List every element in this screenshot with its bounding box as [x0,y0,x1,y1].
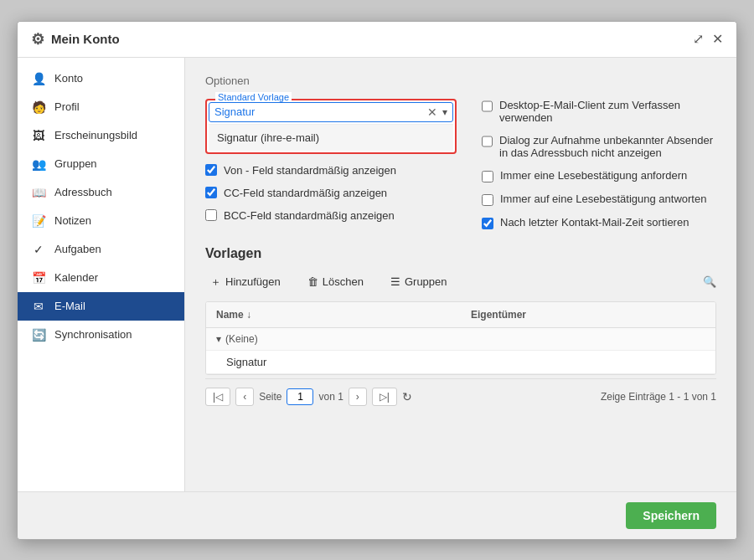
vorlagen-section: Vorlagen ＋ Hinzufügen 🗑 Löschen ☰ Gruppe… [205,246,716,414]
last-page-button[interactable]: ▷| [372,388,397,406]
plus-icon: ＋ [210,275,221,290]
add-button[interactable]: ＋ Hinzufügen [205,271,286,293]
first-page-button[interactable]: |◁ [205,388,230,406]
checkbox-von-feld: Von - Feld standardmäßig anzeigen [205,164,457,177]
list-icon: ☰ [390,275,400,288]
sidebar-item-notizen[interactable]: 📝 Notizen [18,207,184,235]
dropdown-input[interactable] [214,105,427,118]
sidebar-item-email[interactable]: ✉ E-Mail [18,292,184,321]
checkbox-dialog-unbekannt-label: Dialog zur Aufnahme unbekannter Absender… [499,134,716,159]
note-icon: 📝 [31,214,46,228]
save-button[interactable]: Speichern [626,502,716,529]
checkbox-cc-feld-input[interactable] [205,187,217,198]
sidebar-label-email: E-Mail [54,300,85,312]
sidebar-item-konto[interactable]: 👤 Konto [18,64,184,93]
optionen-row: Standard Vorlage ✕ ▾ Signatur (ihre-e-ma… [205,99,716,229]
checkbox-sortieren-input[interactable] [482,218,493,229]
sidebar-item-gruppen[interactable]: 👥 Gruppen [18,150,184,178]
sidebar-label-kalender: Kalender [54,271,98,284]
dropdown-label: Standard Vorlage [215,92,292,102]
sidebar-item-adressbuch[interactable]: 📖 Adressbuch [18,178,184,207]
dropdown-arrow-icon[interactable]: ▾ [442,106,447,118]
checkbox-bcc-feld-input[interactable] [205,209,217,221]
checkbox-lesebestaetigung-input[interactable] [482,171,493,182]
groups-label: Gruppen [405,275,447,288]
checkbox-desktop-client-input[interactable] [482,100,493,112]
book-icon: 📖 [31,186,46,199]
dropdown-clear-icon[interactable]: ✕ [427,105,437,119]
vorlagen-toolbar: ＋ Hinzufügen 🗑 Löschen ☰ Gruppen 🔍 [205,271,716,293]
close-button[interactable]: ✕ [712,31,723,47]
checkbox-dialog-unbekannt: Dialog zur Aufnahme unbekannter Absender… [482,134,716,159]
sidebar-label-synchronisation: Synchronisation [54,328,132,341]
sidebar-item-aufgaben[interactable]: ✓ Aufgaben [18,235,184,264]
standard-vorlage-dropdown[interactable]: Standard Vorlage ✕ ▾ Signatur (ihre-e-ma… [205,99,457,154]
table-row[interactable]: Signatur [206,351,715,374]
refresh-button[interactable]: ↻ [402,390,412,403]
table-body: ▾ (Keine) Signatur [206,328,715,374]
checkbox-cc-feld-label: CC-Feld standardmäßig anzeigen [224,187,387,199]
trash-icon: 🗑 [307,275,318,288]
checkbox-bcc-feld-label: BCC-Feld standardmäßig anzeigen [224,209,395,222]
dropdown-option[interactable]: Signatur (ihre-e-mail) [209,125,453,151]
sidebar-label-profil: Profil [54,100,80,113]
optionen-section: Optionen Standard Vorlage ✕ ▾ [205,74,716,229]
checkbox-desktop-client: Desktop-E-Mail-Client zum Verfassen verw… [482,99,716,124]
page-input[interactable] [287,388,313,405]
image-icon: 🖼 [31,129,46,142]
add-label: Hinzufügen [225,275,281,288]
checkbox-sortieren-label: Nach letzter Kontakt-Mail-Zeit sortieren [500,216,689,229]
modal-body: 👤 Konto 🧑 Profil 🖼 Erscheinungsbild 👥 Gr… [18,58,736,491]
sidebar-item-kalender[interactable]: 📅 Kalender [18,264,184,292]
sync-icon: 🔄 [31,328,46,342]
modal-title-area: ⚙ Mein Konto [31,30,120,49]
sidebar-label-erscheinungsbild: Erscheinungsbild [54,129,137,141]
modal-footer: Speichern [18,491,736,539]
dropdown-input-row: ✕ ▾ [209,102,453,122]
page-label: Seite [259,391,281,403]
gear-icon: ⚙ [31,30,44,49]
delete-button[interactable]: 🗑 Löschen [302,272,369,291]
table-header: Name ↓ Eigentümer [206,302,715,328]
checkbox-antworten: Immer auf eine Lesebestätigung antworten [482,193,716,206]
pagination-bar: |◁ ‹ Seite von 1 › ▷| ↻ Zeige Einträge 1… [205,378,716,414]
checkbox-von-feld-label: Von - Feld standardmäßig anzeigen [224,164,396,177]
main-content: Optionen Standard Vorlage ✕ ▾ [185,58,736,491]
th-owner: Eigentümer [461,302,715,327]
checkbox-lesebestaetigung: Immer eine Lesebestätigung anfordern [482,169,716,182]
modal-header: ⚙ Mein Konto ⤢ ✕ [18,22,736,58]
checkbox-cc-feld: CC-Feld standardmäßig anzeigen [205,187,457,199]
checkmark-icon: ✓ [31,243,46,256]
checkbox-antworten-label: Immer auf eine Lesebestätigung antworten [500,193,706,205]
modal-window: ⚙ Mein Konto ⤢ ✕ 👤 Konto 🧑 Profil 🖼 Ersc… [17,21,737,540]
sidebar-item-synchronisation[interactable]: 🔄 Synchronisation [18,321,184,349]
checkbox-von-feld-input[interactable] [205,164,217,176]
dropdown-list: Signatur (ihre-e-mail) [209,124,453,151]
sidebar-label-adressbuch: Adressbuch [54,186,112,198]
page-of: von 1 [318,391,343,403]
checkbox-antworten-input[interactable] [482,194,493,206]
optionen-left: Standard Vorlage ✕ ▾ Signatur (ihre-e-ma… [205,99,457,222]
calendar-icon: 📅 [31,271,46,285]
sidebar: 👤 Konto 🧑 Profil 🖼 Erscheinungsbild 👥 Gr… [18,58,185,491]
row-name: Signatur [226,356,266,368]
maximize-button[interactable]: ⤢ [693,31,704,47]
sidebar-item-profil[interactable]: 🧑 Profil [18,93,184,121]
checkbox-sortieren: Nach letzter Kontakt-Mail-Zeit sortieren [482,216,716,229]
search-icon[interactable]: 🔍 [703,275,716,288]
optionen-title: Optionen [205,74,716,87]
next-page-button[interactable]: › [349,388,367,406]
prev-page-button[interactable]: ‹ [235,388,254,406]
sidebar-item-erscheinungsbild[interactable]: 🖼 Erscheinungsbild [18,121,184,150]
modal-title: Mein Konto [51,32,120,46]
group-icon: 👥 [31,157,46,171]
groups-button[interactable]: ☰ Gruppen [385,272,452,291]
checkbox-dialog-unbekannt-input[interactable] [482,136,493,147]
delete-label: Löschen [323,275,364,288]
window-controls: ⤢ ✕ [693,31,723,47]
optionen-right: Desktop-E-Mail-Client zum Verfassen verw… [482,99,716,229]
sidebar-label-aufgaben: Aufgaben [54,243,101,255]
mail-icon: ✉ [31,300,46,313]
user-icon: 🧑 [31,100,46,114]
vorlagen-title: Vorlagen [205,246,716,261]
